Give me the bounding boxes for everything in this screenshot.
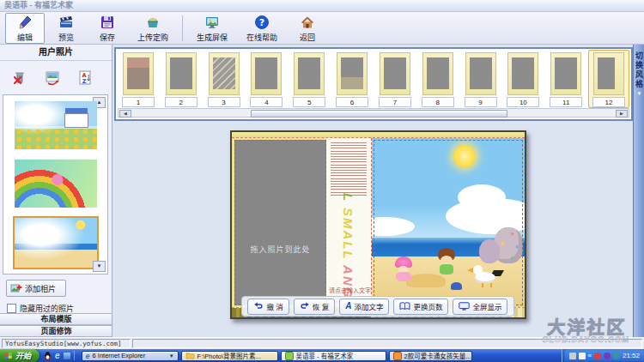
change-pages-button[interactable]: 更换页数: [393, 299, 448, 315]
spine-text-column[interactable]: L SMALL ANG 请点击输入文字: [326, 138, 372, 307]
page-preview: [465, 52, 496, 95]
toolbar-button-preview[interactable]: 预览: [46, 13, 86, 44]
system-tray: « 21:52: [562, 349, 644, 362]
scroll-left-arrow-icon[interactable]: ◀: [119, 110, 131, 118]
page-thumbnail-1[interactable]: 1: [118, 50, 159, 108]
toolbar-button-screensaver[interactable]: 生成屏保: [188, 13, 236, 44]
page-number: 6: [336, 97, 368, 107]
svg-text:Z: Z: [82, 78, 87, 85]
shell-shape: [451, 282, 462, 290]
toolbar-separator: [182, 15, 183, 41]
beach-cartoon-image: [15, 218, 97, 268]
task-internet-explorer[interactable]: e 6 Internet Explorer ▼: [82, 351, 179, 361]
toolbar-button-help[interactable]: ? 在线帮助: [238, 13, 286, 44]
add-photo-icon: [10, 282, 22, 294]
document-tray-icon[interactable]: [579, 353, 586, 359]
fullscreen-button[interactable]: 全屏显示: [453, 299, 507, 315]
page-preview: [550, 52, 581, 95]
page-preview: [209, 52, 240, 95]
status-app-text: YofusEasyStudio[www.yofus.com]: [2, 339, 131, 348]
show-desktop-icon[interactable]: [64, 353, 70, 359]
add-photo-button[interactable]: 添加相片: [6, 280, 66, 297]
drop-placeholder-text: 拖入照片到此处: [250, 244, 310, 255]
add-text-button[interactable]: A 添加文字: [339, 299, 389, 315]
page-thumbnail-2[interactable]: 2: [161, 50, 202, 108]
photo-arrow-icon: [43, 68, 62, 87]
right-page-beach-photo[interactable]: [372, 138, 525, 307]
photo-thumbnail-beach-selected[interactable]: [13, 216, 99, 269]
page-thumbnail-5[interactable]: 5: [289, 50, 330, 108]
add-photo-label: 添加相片: [25, 283, 56, 294]
toolbar-button-save[interactable]: 保存: [88, 13, 127, 44]
printer-tray-icon[interactable]: [569, 353, 576, 359]
sun-shape: [453, 145, 476, 167]
photo-thumbnail-rainbow[interactable]: [15, 160, 97, 208]
photo-drop-placeholder[interactable]: 拖入照片到此处: [234, 140, 326, 305]
monitor-icon: [204, 14, 221, 31]
filmstrip-scrollbar[interactable]: ◀ ▶: [118, 108, 629, 118]
scroll-right-arrow-icon[interactable]: ▶: [616, 110, 628, 118]
page-thumbnail-7[interactable]: 7: [374, 50, 416, 108]
toolbar-button-edit[interactable]: 编辑: [5, 13, 45, 44]
task-label: 6 Internet Explorer: [93, 352, 146, 359]
page-decorate-section-bar[interactable]: 页面修饰: [0, 325, 112, 337]
az-sort-icon: AZ: [76, 68, 94, 87]
toolbar-button-label: 编辑: [17, 32, 33, 43]
page-thumbnail-6[interactable]: 6: [331, 50, 373, 108]
task-photo-folder[interactable]: F:\Photo\背景图片素...: [181, 351, 278, 361]
cloud-shape: [372, 217, 415, 236]
layout-template-section-bar[interactable]: 布局模版: [0, 313, 112, 325]
scroll-down-arrow-icon[interactable]: ▼: [93, 261, 106, 272]
page-number: 10: [507, 97, 539, 107]
scrollbar-thumb[interactable]: [251, 110, 507, 118]
text-input-hint[interactable]: 请点击输入文字: [329, 286, 371, 294]
page-thumbnail-8[interactable]: 8: [417, 50, 459, 108]
redo-button[interactable]: 恢 复: [294, 299, 335, 315]
app-icon: [285, 352, 294, 360]
house-icon: [299, 14, 316, 31]
page-number: 9: [465, 97, 497, 107]
internet-explorer-icon[interactable]: e: [55, 352, 60, 360]
page-thumbnail-12-selected[interactable]: 12: [588, 50, 629, 108]
toolbar-button-upload-order[interactable]: 上传定购: [129, 13, 177, 44]
export-photo-button[interactable]: [41, 66, 64, 88]
undo-button[interactable]: 撤 消: [247, 299, 289, 315]
photo-thumbnail-sunflower[interactable]: [15, 101, 97, 149]
page-thumbnail-4[interactable]: 4: [246, 50, 287, 108]
page-thumbnail-9[interactable]: 9: [460, 50, 501, 108]
page-thumbnail-11[interactable]: 11: [545, 50, 586, 108]
boy-figure: [434, 248, 459, 279]
task-app-active[interactable]: 吴语菲 - 有福艺术家: [281, 351, 386, 361]
start-button[interactable]: 开始: [0, 349, 39, 362]
taskbar-tasks: e 6 Internet Explorer ▼ F:\Photo\背景图片素..…: [79, 351, 472, 361]
page-preview: [422, 52, 453, 95]
page-preview: [337, 52, 368, 95]
green-tray-icon[interactable]: [613, 353, 620, 359]
toolbar-button-return[interactable]: 返回: [288, 13, 327, 44]
left-page[interactable]: 拖入照片到此处: [232, 138, 326, 307]
page-number: 3: [208, 97, 240, 107]
task-label: 2款可爱卡通女孩矢量...: [404, 351, 471, 360]
page-preview: [380, 52, 410, 95]
hide-used-checkbox[interactable]: [7, 304, 16, 313]
clapperboard-icon: [58, 14, 75, 31]
sidebar-header: 用户照片: [0, 45, 112, 61]
page-thumbnail-3[interactable]: 3: [204, 50, 245, 108]
book-spread[interactable]: 拖入照片到此处 L SMALL ANG 请点击输入文字: [230, 130, 526, 319]
pencil-icon: [16, 14, 33, 31]
delete-photo-button[interactable]: [9, 66, 31, 88]
purple-tray-icon[interactable]: [604, 353, 611, 359]
page-thumbnail-10[interactable]: 10: [502, 50, 544, 108]
red-tray-icon[interactable]: [594, 353, 601, 359]
tray-collapse-icon[interactable]: «: [588, 353, 592, 359]
qq-penguin-icon[interactable]: [44, 351, 52, 360]
toolbar-button-label: 返回: [300, 32, 315, 43]
page-number: 8: [422, 97, 454, 107]
fullscreen-monitor-icon: [459, 302, 470, 311]
switch-style-tab[interactable]: 切换风格 ▼: [634, 51, 644, 96]
tray-clock[interactable]: 21:52: [623, 352, 640, 359]
task-cartoon-vector-doc[interactable]: 2款可爱卡通女孩矢量...: [389, 351, 472, 361]
page-number: 5: [293, 97, 325, 107]
redo-label: 恢 复: [313, 301, 329, 311]
sort-photos-button[interactable]: AZ: [74, 66, 96, 88]
